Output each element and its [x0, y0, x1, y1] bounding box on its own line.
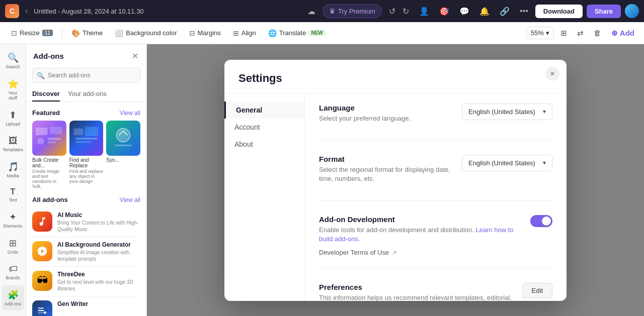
marker-icon[interactable]: 🎯 — [436, 5, 452, 18]
background-label: Background color — [126, 29, 177, 37]
share-button[interactable]: Share — [587, 5, 621, 18]
svg-rect-7 — [75, 138, 98, 139]
download-button[interactable]: Download — [535, 5, 583, 18]
collaborators-icon[interactable]: 👤 — [416, 5, 432, 18]
tab-discover[interactable]: Discover — [32, 87, 60, 101]
settings-modal: Settings × General Account About — [224, 60, 567, 301]
featured-card-2-title: Find and Replace — [69, 157, 104, 168]
language-section: Language Select your preferred language.… — [319, 103, 552, 141]
tab-your-addons[interactable]: Your add-ons — [68, 87, 107, 101]
notification-icon[interactable]: 🔔 — [476, 5, 493, 18]
dev-terms-row[interactable]: Developer Terms of Use ↗ — [319, 249, 522, 256]
featured-card-3[interactable]: Syn... — [106, 121, 140, 189]
featured-card-1[interactable]: Bulk Create and... Create image and text… — [32, 121, 66, 189]
your-stuff-icon: ⭐ — [8, 78, 19, 89]
svg-rect-0 — [36, 128, 48, 135]
addon-dev-row: Add-on Development Enable tools for add-… — [319, 215, 552, 256]
all-addons-view-all[interactable]: View all — [120, 196, 140, 203]
more-options-icon[interactable]: ••• — [517, 5, 531, 18]
addon-dev-toggle-container — [530, 215, 552, 227]
addon-item-ai-music[interactable]: AI Music Bring Your Content to Life with… — [32, 207, 140, 237]
redo-button[interactable]: ↻ — [399, 5, 412, 18]
add-button[interactable]: ⊕ Add — [608, 26, 638, 40]
svg-rect-6 — [85, 127, 98, 136]
preferences-edit-button[interactable]: Edit — [522, 283, 552, 298]
cloud-save-icon[interactable]: ☁ — [304, 5, 318, 18]
featured-card-2[interactable]: Find and Replace Find and replace any ob… — [69, 121, 104, 189]
comment-icon[interactable]: 💬 — [456, 5, 472, 18]
featured-card-1-title: Bulk Create and... — [32, 157, 66, 168]
zoom-level: 55% — [531, 29, 544, 37]
addon-item-ai-bg[interactable]: AI Background Generator Simplifies AI im… — [32, 237, 140, 267]
sidebar-item-addons[interactable]: 🧩 Add-ons — [2, 285, 24, 310]
back-button[interactable]: ‹ — [23, 5, 30, 18]
format-dropdown[interactable]: English (United States) ▾ — [462, 155, 552, 171]
nav-item-account[interactable]: Account — [224, 119, 304, 136]
sidebar-item-text[interactable]: T Text — [2, 183, 24, 206]
sidebar-item-your-stuff[interactable]: ⭐ Your stuff — [2, 74, 24, 104]
featured-card-1-image — [32, 121, 66, 156]
theme-button[interactable]: 🎨 Theme — [66, 27, 108, 40]
sidebar-item-grids[interactable]: ⊞ Grids — [2, 234, 24, 259]
arrange-icon[interactable]: ⇄ — [574, 26, 587, 40]
text-icon: T — [11, 187, 16, 196]
translate-button[interactable]: 🌐 Translate NEW — [263, 27, 331, 40]
main-layout: 🔍 Search ⭐ Your stuff ⬆ Upload 🖼 Templat… — [0, 44, 644, 316]
background-color-button[interactable]: ⬜ Background color — [110, 27, 182, 40]
add-label: Add — [620, 29, 634, 37]
sidebar-elements-label: Elements — [4, 224, 23, 229]
sidebar-item-brands[interactable]: 🏷 Brands — [2, 260, 24, 284]
addon-dev-label: Add-on Development — [319, 215, 522, 224]
resize-badge: 11 — [42, 30, 53, 36]
preferences-section: Preferences This information helps us re… — [319, 283, 552, 300]
add-icon: ⊕ — [611, 29, 618, 38]
sidebar-item-media[interactable]: 🎵 Media — [2, 157, 24, 182]
nav-item-about[interactable]: About — [224, 136, 304, 153]
app-logo[interactable]: C — [5, 4, 19, 18]
sidebar-item-templates[interactable]: 🖼 Templates — [2, 132, 24, 156]
modal-content: Language Select your preferred language.… — [305, 93, 567, 301]
ai-bg-desc: Simplifies AI image creation with templa… — [57, 249, 140, 262]
search-input[interactable] — [32, 68, 140, 83]
gen-writer-name: Gen Writer — [57, 300, 140, 307]
logo-letter: C — [10, 7, 15, 15]
featured-view-all[interactable]: View all — [120, 110, 140, 117]
nav-item-general[interactable]: General — [224, 101, 304, 119]
theme-icon: 🎨 — [71, 29, 80, 37]
sidebar-item-elements[interactable]: ✦ Elements — [2, 207, 24, 233]
align-button[interactable]: ⊞ Align — [228, 27, 261, 40]
resize-button[interactable]: ⊡ Resize 11 — [6, 27, 58, 40]
sidebar-item-upload[interactable]: ⬆ Upload — [2, 106, 24, 131]
addon-item-threedee[interactable]: 🕶 ThreeDee Get to next level with our hu… — [32, 267, 140, 296]
resize-icon: ⊡ — [11, 29, 17, 37]
sidebar-item-search[interactable]: 🔍 Search — [2, 48, 24, 73]
language-chevron-icon: ▾ — [543, 108, 546, 115]
align-label: Align — [242, 29, 256, 37]
crown-icon: ♛ — [329, 7, 336, 15]
margins-button[interactable]: ⊟ Margins — [184, 27, 226, 40]
grid-view-icon[interactable]: ⊞ — [557, 26, 571, 40]
zoom-control[interactable]: 55% ▾ — [526, 27, 554, 39]
ai-music-desc: Bring Your Content to Life with High-Qua… — [57, 220, 140, 233]
addons-icon: 🧩 — [8, 289, 19, 300]
sidebar-templates-label: Templates — [3, 147, 23, 152]
toggle-thumb — [542, 217, 551, 226]
threedee-icon: 🕶 — [32, 271, 52, 291]
format-section: Format Select the regional format for di… — [319, 155, 552, 201]
addons-close-button[interactable]: ✕ — [131, 50, 139, 62]
margins-label: Margins — [198, 29, 221, 37]
format-left: Format Select the regional format for di… — [319, 155, 454, 188]
modal-close-button[interactable]: × — [545, 67, 559, 81]
brands-icon: 🏷 — [9, 264, 18, 274]
addon-item-gen-writer[interactable]: Gen Writer — [32, 296, 140, 316]
undo-button[interactable]: ↺ — [386, 5, 398, 18]
share-link-icon[interactable]: 🔗 — [497, 5, 513, 18]
addon-dev-toggle[interactable] — [530, 215, 552, 227]
try-premium-button[interactable]: ♛ Try Premium — [323, 4, 382, 18]
sidebar-upload-label: Upload — [6, 122, 20, 127]
trash-icon[interactable]: 🗑 — [590, 26, 605, 40]
preferences-left: Preferences This information helps us re… — [319, 283, 514, 300]
language-right: English (United States) ▾ — [462, 103, 552, 120]
user-avatar[interactable] — [625, 4, 639, 18]
language-dropdown[interactable]: English (United States) ▾ — [462, 103, 552, 120]
